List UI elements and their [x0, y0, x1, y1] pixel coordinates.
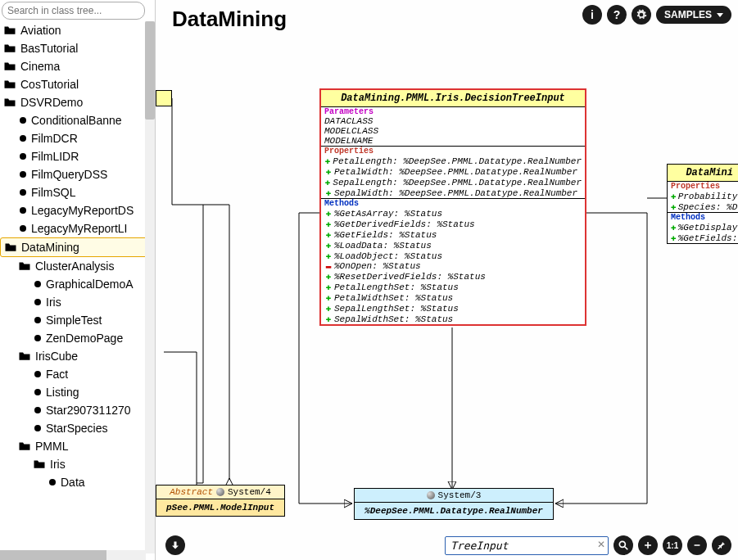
class-dot-icon	[34, 281, 41, 287]
folder-icon	[18, 260, 31, 273]
folder-icon	[33, 458, 46, 471]
tree-item[interactable]: GraphicalDemoA	[0, 275, 155, 293]
tree-item[interactable]: BasTutorial	[0, 39, 155, 57]
tree-item-label: ZenDemoPage	[46, 332, 123, 345]
tree-item-label: Star2907311270	[46, 404, 131, 417]
folder-icon	[18, 350, 31, 363]
method-row: ✚%GetFields: %Status	[321, 229, 585, 240]
clear-search-icon[interactable]: ✕	[597, 539, 605, 550]
tree-item-label: LegacyMyReportDS	[31, 204, 134, 217]
tree-item-label: Listing	[46, 386, 79, 399]
node-title: DataMining.PMML.Iris.DecisionTreeInput	[321, 90, 585, 107]
tree-item[interactable]: Iris	[0, 455, 155, 473]
param-row: MODELNAME	[321, 136, 585, 146]
gear-icon[interactable]	[632, 5, 651, 25]
tree-item[interactable]: DataMining	[0, 237, 155, 257]
method-row: ✚SepalWidthSet: %Status	[321, 314, 585, 324]
tree-item[interactable]: ClusterAnalysis	[0, 257, 155, 275]
tree-item-label: FilmLIDR	[31, 150, 79, 163]
decision-tree-input-node[interactable]: DataMining.PMML.Iris.DecisionTreeInput P…	[319, 88, 586, 326]
zoom-out-icon[interactable]: －	[687, 535, 707, 555]
tree-item-label: FilmSQL	[31, 186, 75, 199]
diagram-search-input[interactable]	[445, 536, 609, 555]
class-dot-icon	[20, 153, 26, 160]
help-icon[interactable]: ?	[607, 5, 627, 25]
tree-item-label: LegacyMyReportLI	[31, 222, 128, 235]
tree-item-label: BasTutorial	[20, 42, 78, 55]
tree-item[interactable]: IrisCube	[0, 347, 155, 365]
tree-item[interactable]: LegacyMyReportDS	[0, 201, 155, 219]
tree-item[interactable]: FilmSQL	[0, 183, 155, 201]
top-toolbar: i ? SAMPLES	[582, 5, 731, 25]
diagram-canvas[interactable]: DataMining i ? SAMPLES DataMining	[156, 0, 738, 560]
tree-item-label: Cinema	[20, 60, 60, 73]
tree-item[interactable]: StarSpecies	[0, 419, 155, 437]
tree-item[interactable]: LegacyMyReportLI	[0, 219, 155, 237]
search-icon[interactable]	[613, 535, 633, 555]
tree-item[interactable]: Iris	[0, 293, 155, 311]
tree-item[interactable]: Star2907311270	[0, 401, 155, 419]
realnumber-node[interactable]: System/3 %DeepSee.PMML.Datatype.RealNumb…	[354, 488, 554, 520]
class-tree-sidebar: AviationBasTutorialCinemaCosTutorialDSVR…	[0, 0, 156, 560]
tree-item[interactable]: ZenDemoPage	[0, 329, 155, 347]
folder-icon	[3, 79, 16, 91]
tree-item[interactable]: FilmQueryDSS	[0, 165, 155, 183]
folder-icon	[18, 440, 31, 453]
tree-item[interactable]: Listing	[0, 383, 155, 401]
method-row: ▬%OnOpen: %Status	[321, 261, 585, 271]
tree-item-label: Iris	[50, 458, 66, 471]
property-row: ✚PetalLength: %DeepSee.PMML.Datatype.Rea…	[321, 156, 585, 166]
tree-item[interactable]: PMML	[0, 437, 155, 455]
class-dot-icon	[34, 425, 41, 431]
class-dot-icon	[34, 371, 41, 377]
tree-item[interactable]: CosTutorial	[0, 75, 155, 93]
model-input-node[interactable]: Abstract System/4 pSee.PMML.ModelInput	[156, 485, 285, 517]
class-dot-icon	[49, 479, 56, 485]
tree-item-label: Iris	[46, 296, 61, 309]
bottom-toolbar: ✕ ＋ 1:1 －	[445, 535, 731, 555]
tree-item-label: GraphicalDemoA	[46, 278, 134, 291]
class-dot-icon	[34, 335, 41, 341]
tree-item[interactable]: ConditionalBanne	[0, 111, 155, 129]
zoom-in-icon[interactable]: ＋	[638, 535, 658, 555]
info-icon[interactable]: i	[582, 5, 602, 25]
tree-h-scrollbar[interactable]	[0, 550, 146, 560]
tree-item[interactable]: FilmDCR	[0, 129, 155, 147]
right-partial-node[interactable]: DataMini Properties ✚Probability ✚Specie…	[667, 164, 738, 244]
tree-item-label: Aviation	[20, 24, 61, 37]
class-dot-icon	[34, 407, 41, 413]
tree-item-label: StarSpecies	[46, 422, 107, 435]
method-row: ✚%GetDerivedFields: %Status	[321, 219, 585, 229]
folder-icon	[3, 61, 16, 73]
tree-item[interactable]: FilmLIDR	[0, 147, 155, 165]
tree-scrollbar[interactable]	[145, 21, 155, 553]
tree-item[interactable]: Fact	[0, 365, 155, 383]
class-dot-icon	[20, 207, 26, 214]
class-dot-icon	[20, 171, 26, 178]
tree-item[interactable]: DSVRDemo	[0, 93, 155, 111]
samples-dropdown[interactable]: SAMPLES	[656, 6, 731, 24]
class-dot-icon	[20, 189, 26, 196]
scroll-down-icon[interactable]	[165, 535, 185, 555]
tree-search-input[interactable]	[2, 2, 145, 20]
method-row: ✚PetalLengthSet: %Status	[321, 282, 585, 292]
tree-item-label: DataMining	[21, 241, 79, 254]
tree-item-label: ConditionalBanne	[31, 114, 122, 127]
tree-item[interactable]: Aviation	[0, 21, 155, 39]
pin-icon[interactable]	[712, 535, 731, 555]
property-row: ✚SepalLength: %DeepSee.PMML.Datatype.Rea…	[321, 177, 585, 187]
partial-node-left[interactable]	[156, 90, 172, 106]
method-row: ✚%LoadObject: %Status	[321, 251, 585, 261]
zoom-reset-icon[interactable]: 1:1	[663, 535, 682, 555]
tree-item-label: PMML	[35, 440, 68, 453]
tree-item[interactable]: Cinema	[0, 57, 155, 75]
tree-item-label: Fact	[46, 368, 68, 381]
tree-item-label: FilmQueryDSS	[31, 168, 107, 181]
folder-icon	[4, 242, 17, 254]
tree-item[interactable]: SimpleTest	[0, 311, 155, 329]
class-tree[interactable]: AviationBasTutorialCinemaCosTutorialDSVR…	[0, 21, 155, 553]
tree-item[interactable]: Data	[0, 473, 155, 491]
folder-icon	[3, 43, 16, 55]
tree-item-label: ClusterAnalysis	[35, 260, 114, 273]
method-row: ✚%ResetDerivedFields: %Status	[321, 271, 585, 282]
